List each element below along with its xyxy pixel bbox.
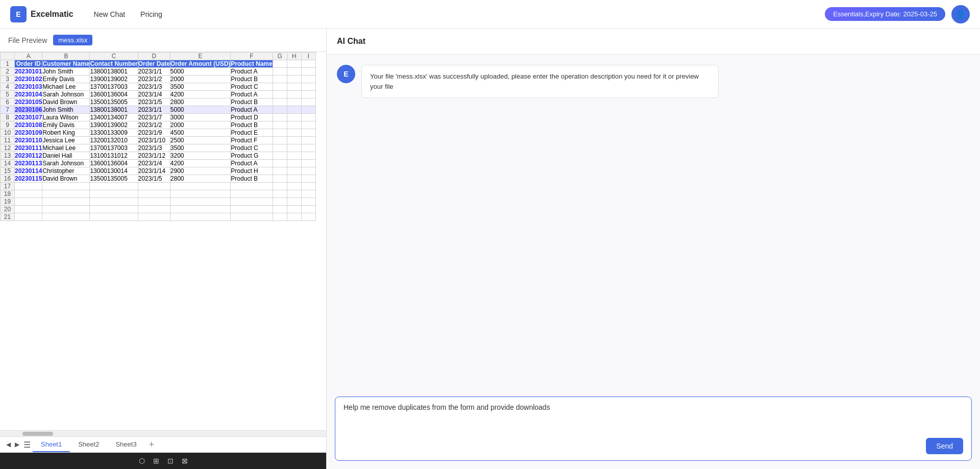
data-cell [170,190,231,198]
row-num-1: 1 [1,60,15,68]
empty-cell [301,137,315,144]
pricing-link[interactable]: Pricing [140,10,162,18]
header-h [287,60,301,68]
plan-badge[interactable]: Essentials,Expiry Date: 2025-03-25 [825,7,945,21]
new-chat-link[interactable]: New Chat [94,10,125,18]
empty-cell [273,129,287,137]
sheet-nav-next[interactable]: ▶ [13,439,21,450]
data-cell [42,183,90,190]
empty-cell [287,152,301,160]
data-cell: 20230101 [15,68,42,76]
table-row: 1420230113Sarah Johnson136001360042023/1… [1,160,316,167]
empty-cell [301,68,315,76]
data-cell: 2800 [170,98,231,106]
col-header-i: I [301,53,315,60]
empty-cell [301,98,315,106]
empty-cell [301,91,315,98]
chat-input[interactable]: Help me remove duplicates from the form … [344,403,963,434]
toolbar-icon-4[interactable]: ⊠ [182,457,188,465]
data-cell: John Smith [42,68,90,76]
empty-cell [273,114,287,121]
data-cell: 3500 [170,144,231,152]
empty-cell [273,91,287,98]
data-cell: Product G [231,152,273,160]
toolbar-icon-3[interactable]: ⊡ [167,457,174,465]
row-num-8: 8 [1,114,15,121]
data-cell: 2023/1/4 [138,91,170,98]
sheet-menu-btn[interactable]: ☰ [21,438,33,452]
data-cell [170,213,231,221]
empty-cell [273,68,287,76]
data-cell [15,190,42,198]
data-cell: Product C [231,83,273,91]
data-cell [138,213,170,221]
data-cell: Product B [231,76,273,83]
sheet-tab-1[interactable]: Sheet1 [33,437,70,452]
empty-cell [287,68,301,76]
data-cell [90,190,138,198]
data-cell: 13200132010 [90,137,138,144]
empty-cell [273,198,287,206]
data-cell: 2023/1/1 [138,106,170,114]
chat-avatar: E [337,65,355,83]
data-cell: John Smith [42,106,90,114]
data-cell: Product A [231,160,273,167]
data-cell [90,206,138,213]
table-row: 1620230115David Brown135001350052023/1/5… [1,175,316,183]
data-cell: 20230107 [15,114,42,121]
table-row: 920230108Emily Davis139001390022023/1/22… [1,121,316,129]
header-contact-number: Contact Number [90,60,138,68]
sheet-tab-2[interactable]: Sheet2 [70,437,107,452]
empty-cell [273,137,287,144]
horiz-scroll-thumb[interactable] [22,432,53,436]
data-cell: 20230110 [15,137,42,144]
data-cell: Product A [231,106,273,114]
row-num-11: 11 [1,137,15,144]
data-cell [231,206,273,213]
data-cell: 2000 [170,76,231,83]
empty-cell [287,98,301,106]
data-cell: 13000130014 [90,167,138,175]
row-num-20: 20 [1,206,15,213]
user-avatar[interactable]: 👤 [951,5,970,23]
sheet-tab-3[interactable]: Sheet3 [107,437,144,452]
data-cell: 20230106 [15,106,42,114]
data-cell: Product B [231,98,273,106]
sheet-nav-prev[interactable]: ◀ [4,439,13,450]
header-order-amount: Order Amount (USD) [170,60,231,68]
empty-cell [273,106,287,114]
data-cell: 20230114 [15,167,42,175]
empty-cell [301,160,315,167]
chat-bubble: Your file 'mess.xlsx' was successfully u… [361,65,719,98]
data-cell [170,206,231,213]
data-cell [231,190,273,198]
data-cell [42,213,90,221]
data-cell: 2000 [170,121,231,129]
data-cell: 2023/1/7 [138,114,170,121]
table-row: 19 [1,198,316,206]
data-cell: 20230103 [15,83,42,91]
horiz-scrollbar[interactable] [0,430,326,436]
empty-cell [273,206,287,213]
toolbar-icon-2[interactable]: ⊞ [153,457,159,465]
row-num-4: 4 [1,83,15,91]
data-cell: 13100131012 [90,152,138,160]
table-header-row: 1 Order ID Customer Name Contact Number … [1,60,316,68]
toolbar-icon-1[interactable]: ⬡ [139,457,145,465]
table-row: 17 [1,183,316,190]
add-sheet-btn[interactable]: + [145,437,159,452]
empty-cell [287,83,301,91]
data-cell [90,198,138,206]
empty-cell [287,114,301,121]
empty-cell [273,190,287,198]
chat-input-area: Help me remove duplicates from the form … [335,397,972,461]
empty-cell [287,213,301,221]
data-cell: Product B [231,121,273,129]
empty-cell [273,167,287,175]
empty-cell [287,76,301,83]
file-badge[interactable]: mess.xlsx [53,35,92,45]
data-cell: 2023/1/3 [138,144,170,152]
send-button[interactable]: Send [926,438,963,454]
header-customer-name: Customer Name [42,60,90,68]
empty-cell [301,83,315,91]
